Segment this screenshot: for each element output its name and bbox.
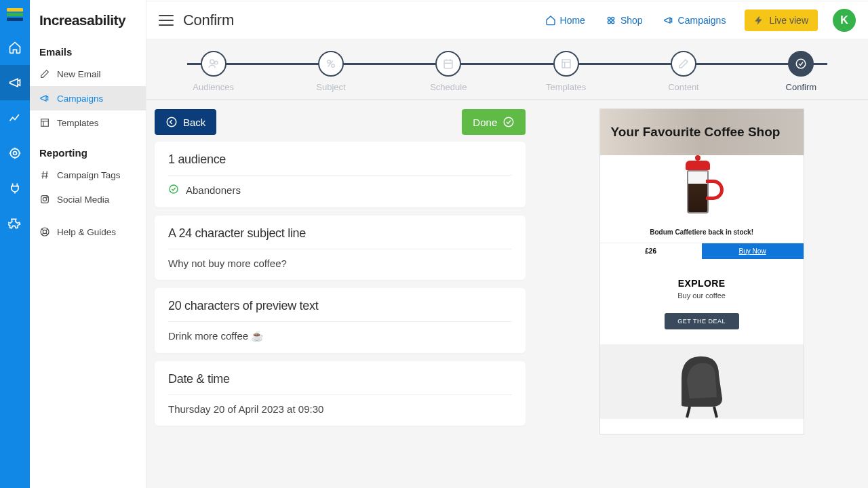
back-button[interactable]: Back (155, 109, 216, 135)
step-audiences[interactable]: Audiences (155, 51, 272, 99)
sidebar-item-campaigns[interactable]: Campaigns (30, 86, 146, 110)
svg-point-14 (612, 20, 614, 23)
preview-title: 20 characters of preview text (168, 299, 512, 313)
svg-rect-1 (7, 13, 23, 16)
subject-title: A 24 character subject line (168, 226, 512, 241)
page-title: Confirm (183, 12, 234, 29)
svg-rect-20 (562, 60, 570, 68)
datetime-value: Thursday 20 of April 2023 at 09:30 (168, 403, 323, 415)
stepper: Audiences Subject Schedule Templates Con… (146, 39, 868, 100)
sidebar-section-emails: Emails (30, 34, 146, 62)
sidebar-item-label: Templates (57, 118, 99, 128)
sidebar-item-new-email[interactable]: New Email (30, 62, 146, 86)
step-content[interactable]: Content (625, 51, 742, 99)
email-preview: Your Favourite Coffee Shop Bodum Caffeti… (600, 109, 804, 434)
preview-chair-image (600, 344, 804, 419)
preview-product-image (600, 155, 804, 224)
svg-point-11 (608, 17, 610, 20)
svg-rect-2 (7, 18, 23, 21)
audience-card: 1 audience Abandoners (155, 142, 526, 207)
preview-price: £26 (600, 243, 702, 259)
edit-icon (39, 68, 50, 79)
life-ring-icon (39, 226, 50, 237)
sidebar: Increasability Emails New Email Campaign… (30, 0, 146, 488)
subject-value: Why not buy more coffee? (168, 258, 287, 269)
svg-point-15 (210, 60, 214, 64)
preview-caption: Bodum Caffetiere back in stock! (600, 224, 804, 243)
step-confirm[interactable]: Confirm (743, 51, 860, 99)
audience-value: Abandoners (186, 184, 241, 196)
preview-subline: Buy our coffee (600, 291, 804, 313)
svg-point-10 (43, 230, 46, 233)
hash-icon (39, 169, 50, 180)
sidebar-item-label: Campaign Tags (57, 170, 121, 180)
brand-name: Increasability (30, 0, 146, 34)
live-view-button[interactable]: Live view (745, 9, 818, 31)
svg-point-23 (504, 117, 513, 127)
megaphone-icon (39, 93, 50, 104)
svg-rect-0 (7, 8, 23, 12)
template-icon (39, 117, 50, 128)
datetime-card: Date & time Thursday 20 of April 2023 at… (155, 361, 526, 426)
rail-settings-icon[interactable] (0, 206, 30, 241)
rail-campaigns-icon[interactable] (0, 65, 30, 100)
sidebar-item-label: Help & Guides (57, 227, 116, 237)
datetime-title: Date & time (168, 372, 512, 386)
icon-rail (0, 0, 30, 488)
instagram-icon (39, 194, 50, 205)
sidebar-item-campaign-tags[interactable]: Campaign Tags (30, 163, 146, 187)
topbar: Confirm Home Shop Campaigns Live view K (146, 1, 868, 39)
step-schedule[interactable]: Schedule (390, 51, 507, 99)
svg-point-17 (328, 60, 331, 64)
subject-card: A 24 character subject line Why not buy … (155, 216, 526, 280)
preview-header: Your Favourite Coffee Shop (600, 109, 804, 155)
preview-value: Drink more coffee ☕ (168, 330, 264, 342)
rail-analytics-icon[interactable] (0, 100, 30, 136)
sidebar-item-help[interactable]: Help & Guides (30, 220, 146, 244)
svg-point-7 (43, 197, 46, 201)
sidebar-item-label: Social Media (57, 195, 109, 205)
svg-point-8 (47, 197, 47, 197)
menu-icon[interactable] (159, 15, 174, 26)
topnav-home[interactable]: Home (540, 11, 591, 30)
preview-buy-now[interactable]: Buy Now (702, 243, 804, 259)
svg-point-21 (797, 59, 806, 68)
preview-text-card: 20 characters of preview text Drink more… (155, 288, 526, 353)
svg-rect-5 (41, 119, 49, 127)
topnav-campaigns[interactable]: Campaigns (658, 11, 732, 30)
sidebar-item-label: Campaigns (57, 94, 103, 104)
rail-home-icon[interactable] (0, 30, 30, 65)
svg-point-3 (10, 148, 19, 157)
step-subject[interactable]: Subject (272, 51, 389, 99)
avatar[interactable]: K (833, 9, 856, 32)
sidebar-item-label: New Email (57, 69, 101, 79)
preview-deal-button[interactable]: GET THE DEAL (665, 313, 739, 329)
step-templates[interactable]: Templates (507, 51, 625, 99)
preview-explore: EXPLORE (600, 259, 804, 291)
svg-point-22 (167, 117, 176, 127)
audience-title: 1 audience (168, 152, 512, 167)
svg-point-24 (170, 185, 178, 193)
content-area: Audiences Subject Schedule Templates Con… (146, 39, 868, 488)
svg-point-18 (332, 64, 335, 68)
rail-target-icon[interactable] (0, 136, 30, 171)
svg-point-12 (612, 17, 614, 20)
sidebar-item-social-media[interactable]: Social Media (30, 187, 146, 211)
check-circle-icon (168, 184, 179, 197)
sidebar-section-reporting: Reporting (30, 135, 146, 163)
svg-rect-19 (444, 60, 452, 68)
sidebar-item-templates[interactable]: Templates (30, 110, 146, 135)
done-button[interactable]: Done (462, 109, 526, 135)
topnav-shop[interactable]: Shop (600, 11, 648, 30)
brand-icon (0, 0, 30, 30)
rail-plugin-icon[interactable] (0, 171, 30, 206)
svg-point-16 (214, 61, 218, 64)
svg-point-13 (608, 20, 610, 23)
svg-point-4 (14, 152, 17, 155)
